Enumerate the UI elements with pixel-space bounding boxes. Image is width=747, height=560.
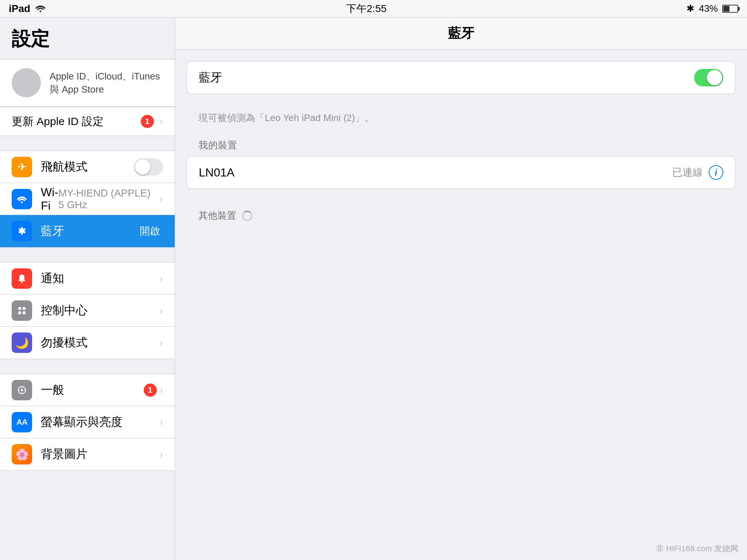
detail-title: 藍牙 xyxy=(448,24,474,42)
watermark-text: 非 HIFI168.com 发烧网 xyxy=(656,543,738,554)
sidebar-item-airplane[interactable]: ✈ 飛航模式 xyxy=(0,151,175,183)
dnd-chevron: › xyxy=(160,337,163,349)
sidebar-item-notifications[interactable]: 通知 › xyxy=(0,262,175,295)
main-content: 設定 Apple ID、iCloud、iTunes 與 App Store 更新… xyxy=(0,18,747,560)
status-bar-right: ✱ 43% xyxy=(686,3,738,14)
profile-section[interactable]: Apple ID、iCloud、iTunes 與 App Store xyxy=(0,59,175,106)
wifi-value: MY-HIEND (APPLE) 5 GHz xyxy=(58,187,157,211)
display-chevron: › xyxy=(160,416,163,428)
dnd-label: 勿擾模式 xyxy=(41,335,160,351)
svg-rect-4 xyxy=(23,307,26,310)
sidebar-item-bluetooth[interactable]: ✱ 藍牙 開啟 xyxy=(0,215,175,247)
status-bar: iPad 下午2:55 ✱ 43% xyxy=(0,0,747,18)
update-banner[interactable]: 更新 Apple ID 設定 1 › xyxy=(0,107,175,136)
svg-rect-3 xyxy=(18,307,21,310)
wallpaper-label: 背景圖片 xyxy=(41,446,160,462)
wallpaper-chevron: › xyxy=(160,448,163,460)
wallpaper-icon: 🌸 xyxy=(12,444,32,464)
device-name: LN01A xyxy=(199,166,672,179)
wifi-label: Wi-Fi xyxy=(41,186,58,213)
chevron-icon: › xyxy=(160,116,163,127)
bluetooth-value: 開啟 xyxy=(140,224,160,238)
svg-rect-2 xyxy=(21,281,23,283)
general-badge: 1 xyxy=(144,384,157,397)
my-devices-section: LN01A 已連線 i xyxy=(187,156,735,189)
loading-spinner xyxy=(242,211,252,221)
update-text: 更新 Apple ID 設定 xyxy=(12,114,104,129)
control-chevron: › xyxy=(160,305,163,316)
status-bar-time: 下午2:55 xyxy=(346,2,387,16)
settings-group-appearance: 一般 1 › AA 螢幕顯示與亮度 › 🌸 背景圖片 › xyxy=(0,374,175,471)
badge-chevron: 1 › xyxy=(141,115,163,128)
bluetooth-toggle-row: 藍牙 xyxy=(187,62,735,94)
sidebar-item-wallpaper[interactable]: 🌸 背景圖片 › xyxy=(0,438,175,470)
bluetooth-status-icon: ✱ xyxy=(686,3,694,14)
control-label: 控制中心 xyxy=(41,303,160,319)
wifi-icon xyxy=(12,189,32,209)
notif-label: 通知 xyxy=(41,271,160,287)
connected-label: 已連線 xyxy=(672,166,703,179)
display-icon: AA xyxy=(12,412,32,432)
bluetooth-section: 藍牙 xyxy=(187,61,735,94)
sidebar-item-display[interactable]: AA 螢幕顯示與亮度 › xyxy=(0,406,175,438)
wifi-status-icon xyxy=(35,3,46,15)
general-label: 一般 xyxy=(41,382,144,398)
bluetooth-detail-toggle[interactable] xyxy=(694,69,723,86)
svg-point-0 xyxy=(40,10,42,12)
notif-chevron: › xyxy=(160,273,163,284)
battery-icon xyxy=(722,5,738,13)
my-devices-header: 我的裝置 xyxy=(187,130,735,156)
settings-group-system: 通知 › 控制中心 › 🌙 勿擾模式 › xyxy=(0,262,175,359)
bluetooth-label: 藍牙 xyxy=(41,223,140,239)
svg-point-1 xyxy=(21,201,23,203)
general-icon xyxy=(12,380,32,400)
wifi-chevron: › xyxy=(160,193,163,205)
svg-rect-6 xyxy=(23,311,26,314)
avatar xyxy=(12,68,41,97)
detail-header: 藍牙 xyxy=(175,18,747,50)
bluetooth-detail-label: 藍牙 xyxy=(199,70,694,86)
battery-percent: 43% xyxy=(699,3,718,14)
sidebar-item-general[interactable]: 一般 1 › xyxy=(0,374,175,406)
other-devices-header: 其他裝置 xyxy=(187,201,735,226)
dnd-icon: 🌙 xyxy=(12,332,32,353)
update-badge: 1 xyxy=(141,115,154,128)
profile-text: Apple ID、iCloud、iTunes 與 App Store xyxy=(50,70,163,96)
bluetooth-icon: ✱ xyxy=(12,221,32,241)
svg-rect-5 xyxy=(18,311,21,314)
sidebar-item-control-center[interactable]: 控制中心 › xyxy=(0,295,175,327)
watermark: 非 HIFI168.com 发烧网 xyxy=(656,543,738,554)
device-info-button[interactable]: i xyxy=(709,165,723,180)
detail-panel: 藍牙 藍牙 現可被偵測為「Leo Yeh iPad Mini (2)」。 我的裝… xyxy=(175,18,747,560)
device-ln01a[interactable]: LN01A 已連線 i xyxy=(187,156,735,188)
sidebar-item-dnd[interactable]: 🌙 勿擾模式 › xyxy=(0,327,175,359)
airplane-toggle[interactable] xyxy=(134,158,163,176)
display-label: 螢幕顯示與亮度 xyxy=(41,414,160,430)
status-bar-left: iPad xyxy=(9,3,46,15)
airplane-icon: ✈ xyxy=(12,157,32,177)
general-chevron: › xyxy=(160,384,163,396)
svg-point-8 xyxy=(21,389,23,391)
detect-text: 現可被偵測為「Leo Yeh iPad Mini (2)」。 xyxy=(187,106,735,130)
settings-group-connectivity: ✈ 飛航模式 Wi-Fi MY-HIEND (APPLE) 5 GHz › xyxy=(0,151,175,248)
notif-icon xyxy=(12,268,32,289)
detail-body: 藍牙 現可被偵測為「Leo Yeh iPad Mini (2)」。 我的裝置 L… xyxy=(175,50,747,560)
sidebar-title: 設定 xyxy=(0,18,175,59)
ipad-label: iPad xyxy=(9,3,30,15)
airplane-label: 飛航模式 xyxy=(41,159,134,175)
control-icon xyxy=(12,300,32,321)
sidebar: 設定 Apple ID、iCloud、iTunes 與 App Store 更新… xyxy=(0,18,175,560)
sidebar-item-wifi[interactable]: Wi-Fi MY-HIEND (APPLE) 5 GHz › xyxy=(0,183,175,215)
